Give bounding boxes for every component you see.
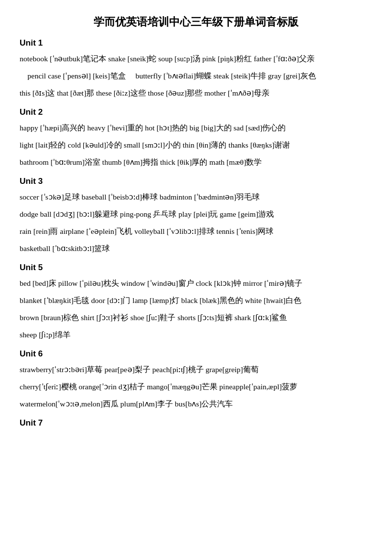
page-title: 学而优英语培训中心三年级下册单词音标版 — [20, 15, 372, 29]
unit-heading-unit5: Unit 5 — [20, 263, 372, 273]
unit-content-unit1: this [ðɪs]这 that [ðæt]那 these [ðiːz]这些 t… — [20, 85, 372, 101]
unit-content-unit5: sheep [ʃiːp]绵羊 — [20, 327, 372, 342]
unit-heading-unit7: Unit 7 — [20, 418, 372, 428]
unit-content-unit5: bed [bed]床 pillow [ˈpiləu]枕头 window [ˈwi… — [20, 276, 372, 291]
unit-content-unit3: dodge ball [dɔdʒ] [bɔːl]躲避球 ping-pong 乒乓… — [20, 206, 372, 222]
unit-heading-unit1: Unit 1 — [20, 38, 372, 48]
unit-content-unit2: bathroom [ˈbɑːθrum]浴室 thumb [θʌm]拇指 thic… — [20, 154, 372, 170]
unit-content-unit6: cherry[ˈtʃeriː]樱桃 orange[ˈɔrin dʒ]桔子 man… — [20, 379, 372, 394]
unit-content-unit5: brown [braun]棕色 shirt [ʃɔːt]衬衫 shoe [ʃuː… — [20, 310, 372, 325]
unit-content-unit1: notebook [ˈnəutbuk]笔记本 snake [sneik]蛇 so… — [20, 51, 372, 66]
unit-heading-unit3: Unit 3 — [20, 177, 372, 186]
unit-content-unit1: pencil case [ˈpensəl] [keis]笔盒 butterfly… — [20, 68, 372, 83]
unit-content-unit3: basketball [ˈbɑːskitbɔːl]篮球 — [20, 241, 372, 256]
unit-content-unit3: soccer [ˈsɔkə]足球 baseball [ˈbeisbɔːd]棒球 … — [20, 189, 372, 204]
unit-content-unit3: rain [rein]雨 airplane [ˈeəplein]飞机 volle… — [20, 224, 372, 239]
unit-content-unit5: blanket [ˈblæŋkit]毛毯 door [dɔː]门 lamp [l… — [20, 293, 372, 308]
unit-heading-unit2: Unit 2 — [20, 107, 372, 117]
unit-content-unit6: strawberry[ˈstrɔːbəri]草莓 pear[peə]梨子 pea… — [20, 362, 372, 377]
unit-content-unit2: light [lait]轻的 cold [kəuld]冷的 small [smɔ… — [20, 137, 372, 152]
unit-heading-unit6: Unit 6 — [20, 349, 372, 359]
unit-content-unit6: watermelon[ˈwɔːtəˌmelon]西瓜 plum[plʌm]李子 … — [20, 396, 372, 411]
unit-content-unit2: happy [ˈhæpi]高兴的 heavy [ˈhevi]重的 hot [hɔ… — [20, 120, 372, 135]
